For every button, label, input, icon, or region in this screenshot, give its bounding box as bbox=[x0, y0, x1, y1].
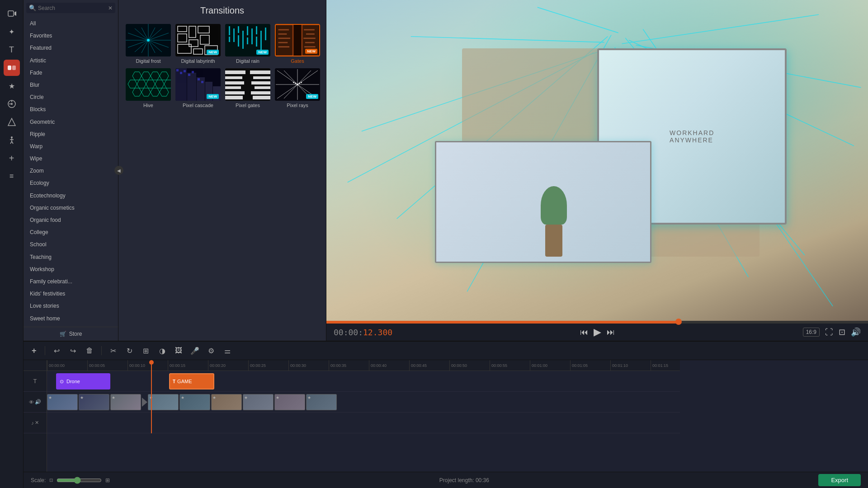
category-kids[interactable]: Kids' festivities bbox=[24, 288, 118, 300]
category-favorites[interactable]: Favorites bbox=[24, 30, 118, 42]
video-clip-1[interactable]: ★ bbox=[47, 394, 78, 410]
svg-rect-130 bbox=[293, 82, 294, 83]
tool-transitions[interactable] bbox=[4, 60, 20, 76]
category-ecology[interactable]: Ecology bbox=[24, 177, 118, 189]
svg-rect-98 bbox=[192, 71, 194, 73]
category-ecotechnology[interactable]: Ecotechnology bbox=[24, 190, 118, 202]
category-fade[interactable]: Fade bbox=[24, 67, 118, 79]
clip-star-1: ★ bbox=[48, 395, 52, 400]
svg-rect-51 bbox=[256, 26, 257, 34]
video-clip-8[interactable]: ★ bbox=[274, 394, 305, 410]
redo-button[interactable]: ↪ bbox=[67, 344, 80, 357]
crop-button[interactable]: ⊞ bbox=[140, 344, 152, 357]
transition-pixel-gates[interactable]: Pixel gates bbox=[225, 68, 270, 108]
track-visibility-icon[interactable]: 👁 bbox=[29, 399, 34, 405]
progress-handle[interactable] bbox=[675, 319, 682, 325]
svg-rect-94 bbox=[176, 69, 179, 71]
transition-pixel-cascade[interactable]: NEW Pixel cascade bbox=[175, 68, 221, 108]
category-all[interactable]: All bbox=[24, 18, 118, 30]
category-blur[interactable]: Blur bbox=[24, 79, 118, 91]
clear-search-icon[interactable]: ✕ bbox=[108, 5, 113, 11]
svg-marker-8 bbox=[8, 118, 15, 126]
tool-shapes[interactable] bbox=[4, 114, 20, 130]
tool-adjustments[interactable]: ≡ bbox=[4, 168, 20, 184]
category-featured[interactable]: Featured bbox=[24, 42, 118, 54]
fullscreen-toggle[interactable]: ⛶ bbox=[825, 328, 833, 337]
clip-drone[interactable]: ⊙ Drone bbox=[56, 373, 110, 389]
category-love[interactable]: Love stories bbox=[24, 300, 118, 312]
category-organic-cosmetics[interactable]: Organic cosmetics bbox=[24, 202, 118, 214]
category-blocks[interactable]: Blocks bbox=[24, 103, 118, 116]
tool-sports[interactable] bbox=[4, 132, 20, 148]
search-input[interactable] bbox=[38, 5, 106, 11]
play-button[interactable]: ▶ bbox=[594, 326, 601, 338]
category-workshop[interactable]: Workshop bbox=[24, 263, 118, 276]
volume-button[interactable]: 🔊 bbox=[851, 327, 861, 337]
video-clip-7[interactable]: ★ bbox=[243, 394, 274, 410]
tool-stickers[interactable]: ★ bbox=[4, 78, 20, 94]
video-clip-4[interactable]: ★ bbox=[148, 394, 179, 410]
category-wipe[interactable]: Wipe bbox=[24, 153, 118, 165]
mic-button[interactable]: 🎤 bbox=[189, 344, 201, 357]
clip-game[interactable]: T GAME bbox=[169, 373, 214, 389]
undo-button[interactable]: ↩ bbox=[51, 344, 63, 357]
video-clip-2[interactable]: ★ bbox=[79, 394, 109, 410]
contrast-button[interactable]: ◑ bbox=[156, 344, 169, 357]
progress-bar[interactable] bbox=[326, 321, 868, 324]
transition-gates[interactable]: NEW Gates bbox=[275, 24, 320, 64]
category-teaching[interactable]: Teaching bbox=[24, 251, 118, 263]
settings-button[interactable]: ⚙ bbox=[205, 344, 217, 357]
video-clip-9[interactable]: ★ bbox=[306, 394, 337, 410]
svg-rect-54 bbox=[265, 28, 266, 40]
transition-name-digital-frost: Digital frost bbox=[136, 58, 160, 64]
export-button[interactable]: Export bbox=[818, 474, 861, 486]
category-organic-food[interactable]: Organic food bbox=[24, 214, 118, 226]
category-zoom[interactable]: Zoom bbox=[24, 165, 118, 177]
scale-slider[interactable] bbox=[57, 477, 102, 484]
skip-to-start-button[interactable]: ⏮ bbox=[580, 328, 588, 337]
svg-rect-45 bbox=[238, 26, 239, 33]
svg-rect-47 bbox=[242, 31, 244, 49]
transition-digital-rain[interactable]: NEW Digital rain bbox=[225, 24, 270, 64]
category-family[interactable]: Family celebrati... bbox=[24, 276, 118, 288]
transition-digital-frost[interactable]: Digital frost bbox=[126, 24, 171, 64]
svg-rect-104 bbox=[225, 81, 244, 84]
video-clip-5[interactable]: ★ bbox=[179, 394, 210, 410]
video-clip-6[interactable]: ★ bbox=[211, 394, 242, 410]
category-college[interactable]: College bbox=[24, 226, 118, 239]
category-circle[interactable]: Circle bbox=[24, 91, 118, 103]
category-geometric[interactable]: Geometric bbox=[24, 116, 118, 128]
ruler-mark-5: 00:00:25 bbox=[248, 360, 288, 371]
track-audio-icon[interactable]: 🔊 bbox=[35, 399, 41, 405]
tool-magic[interactable]: ✦ bbox=[4, 23, 20, 40]
screen-options[interactable]: ⊡ bbox=[839, 327, 845, 337]
equalizer-button[interactable]: ⚌ bbox=[221, 344, 234, 357]
collapse-panel-arrow[interactable]: ◀ bbox=[114, 166, 123, 175]
tool-titles[interactable]: T bbox=[4, 42, 20, 58]
category-sweet-home[interactable]: Sweet home bbox=[24, 313, 118, 325]
tool-motion[interactable] bbox=[4, 96, 20, 112]
tool-add[interactable]: + bbox=[4, 150, 20, 166]
category-ripple[interactable]: Ripple bbox=[24, 128, 118, 141]
transition-pixel-rays[interactable]: NEW Pixel rays bbox=[275, 68, 320, 108]
time-display: 00:00:12.300 bbox=[334, 328, 392, 337]
aspect-ratio-display[interactable]: 16:9 bbox=[803, 328, 820, 337]
category-warp[interactable]: Warp bbox=[24, 141, 118, 153]
timeline-add-button[interactable]: + bbox=[29, 346, 39, 356]
transition-hive[interactable]: Hive bbox=[126, 68, 171, 108]
category-school[interactable]: School bbox=[24, 239, 118, 251]
cut-button[interactable]: ✂ bbox=[107, 344, 120, 357]
image-button[interactable]: 🖼 bbox=[172, 344, 185, 357]
svg-rect-131 bbox=[301, 82, 302, 83]
video-clip-3[interactable]: ★ bbox=[110, 394, 141, 410]
search-bar[interactable]: 🔍 ✕ bbox=[26, 3, 115, 13]
track-audio-mute-icon[interactable]: ✕ bbox=[35, 420, 39, 426]
delete-button[interactable]: 🗑 bbox=[83, 344, 96, 357]
store-button[interactable]: 🛒 Store bbox=[24, 327, 118, 341]
tool-video[interactable] bbox=[4, 5, 20, 22]
timeline-content[interactable]: 00:00:00 00:00:05 00:00:10 00:00:15 00:0… bbox=[47, 360, 868, 472]
redo2-button[interactable]: ↻ bbox=[123, 344, 136, 357]
skip-to-end-button[interactable]: ⏭ bbox=[607, 328, 615, 337]
category-artistic[interactable]: Artistic bbox=[24, 55, 118, 67]
transition-digital-labyrinth[interactable]: NEW Digital labyrinth bbox=[175, 24, 221, 64]
